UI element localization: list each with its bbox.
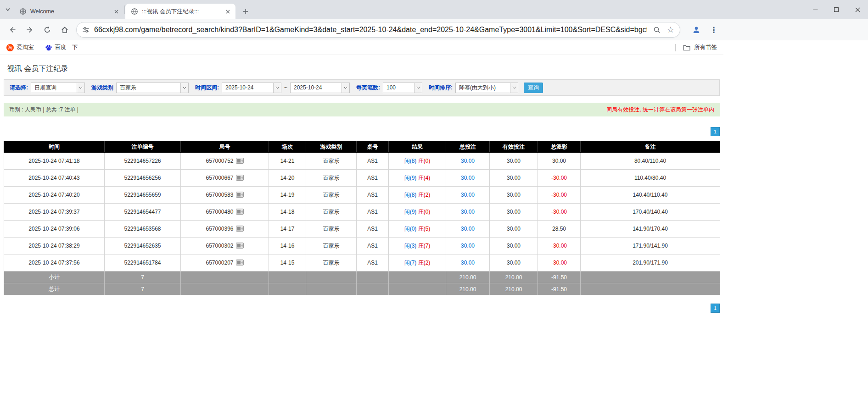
back-icon[interactable]	[5, 22, 20, 38]
cell-round-id: 657000207	[181, 254, 269, 271]
profile-icon[interactable]	[689, 22, 704, 38]
forward-icon[interactable]	[22, 22, 38, 38]
new-tab-button[interactable]	[239, 5, 252, 18]
total-bet-link[interactable]: 30.00	[461, 260, 475, 266]
cell-payout: 28.50	[538, 221, 581, 238]
cell-bet-id: 522914653568	[105, 221, 181, 238]
video-replay-icon[interactable]	[236, 175, 244, 181]
refresh-icon[interactable]	[39, 22, 55, 38]
tab-search-icon[interactable]	[2, 2, 14, 17]
page-content: 视讯 会员下注纪录 请选择: 日期查询 游戏类别 百家乐 时间区间: 2025-…	[0, 64, 723, 313]
cell-valid-bet: 30.00	[490, 204, 538, 221]
total-bet-link[interactable]: 30.00	[461, 192, 475, 198]
cell-bet-id: 522914656256	[105, 170, 181, 187]
cell-result: 闲(3) 庄(7)	[389, 238, 446, 254]
date-range-label: 时间区间:	[195, 84, 219, 92]
cell-empty	[357, 271, 389, 283]
cell-time: 2025-10-24 07:41:18	[4, 153, 105, 170]
summary-bar: 币别 : 人民币 | 总共 :7 注单 | 同局有效投注, 统一计算在该局第一张…	[4, 103, 720, 116]
cell-payout: -30.00	[538, 204, 581, 221]
site-info-icon[interactable]	[82, 26, 90, 33]
col-result: 结果	[389, 141, 446, 153]
result-banker: 庄(2)	[418, 260, 431, 266]
video-replay-icon[interactable]	[236, 158, 244, 164]
cell-table-no: AS1	[357, 153, 389, 170]
total-bet-link[interactable]: 30.00	[461, 226, 475, 232]
tab-betrecord[interactable]: :::视讯 会员下注纪录:::	[125, 4, 235, 19]
cell-time: 2025-10-24 07:40:20	[4, 187, 105, 204]
cell-empty	[389, 283, 446, 295]
total-valid-bet: 210.00	[490, 283, 538, 295]
sort-select[interactable]: 降幂(由大到小)	[455, 83, 518, 93]
cell-valid-bet: 30.00	[490, 254, 538, 271]
page-title: 视讯 会员下注纪录	[7, 64, 723, 74]
tab-title: :::视讯 会员下注纪录:::	[142, 8, 220, 16]
bet-table-body: 2025-10-24 07:41:18522914657226657000752…	[4, 153, 720, 271]
game-type-select[interactable]: 百家乐	[116, 83, 189, 93]
zoom-icon[interactable]	[653, 26, 661, 33]
all-bookmarks-button[interactable]: 所有书签	[675, 44, 717, 51]
video-replay-icon[interactable]	[236, 243, 244, 249]
chevron-down-icon	[342, 83, 349, 93]
table-row: 2025-10-24 07:39:06522914653568657000396…	[4, 221, 720, 238]
page-number-button[interactable]: 1	[711, 304, 720, 313]
search-button[interactable]: 查询	[524, 83, 543, 93]
cell-empty	[306, 271, 357, 283]
home-icon[interactable]	[57, 22, 73, 38]
result-banker: 庄(4)	[418, 175, 431, 181]
bookmark-star-icon[interactable]: ☆	[667, 26, 674, 34]
minimize-button[interactable]	[805, 0, 826, 19]
table-row: 2025-10-24 07:41:18522914657226657000752…	[4, 153, 720, 170]
col-bet-id: 注单编号	[105, 141, 181, 153]
globe-icon	[131, 8, 138, 15]
maximize-button[interactable]	[826, 0, 847, 19]
cell-bet-id: 522914651784	[105, 254, 181, 271]
cell-table-no: AS1	[357, 254, 389, 271]
bookmark-label: 爱淘宝	[17, 44, 34, 51]
video-replay-icon[interactable]	[236, 260, 244, 265]
tab-strip: Welcome :::视讯 会员下注纪录:::	[0, 0, 868, 19]
navigation-bar: 66cxkj98.com/game/betrecord_search/kind3…	[0, 19, 868, 40]
date-start-select[interactable]: 2025-10-24	[222, 83, 281, 93]
video-replay-icon[interactable]	[236, 226, 244, 232]
url-bar[interactable]: 66cxkj98.com/game/betrecord_search/kind3…	[76, 22, 680, 38]
url-text[interactable]: 66cxkj98.com/game/betrecord_search/kind3…	[94, 26, 647, 34]
cell-time: 2025-10-24 07:37:56	[4, 254, 105, 271]
cell-time: 2025-10-24 07:38:29	[4, 238, 105, 254]
cell-time: 2025-10-24 07:39:37	[4, 204, 105, 221]
video-replay-icon[interactable]	[236, 192, 244, 198]
close-tab-icon[interactable]	[112, 7, 120, 16]
close-tab-icon[interactable]	[224, 7, 232, 16]
cell-session: 14-20	[269, 170, 306, 187]
cell-payout: -30.00	[538, 254, 581, 271]
cell-round-id: 657000480	[181, 204, 269, 221]
tab-title: Welcome	[30, 8, 108, 15]
tab-welcome[interactable]: Welcome	[14, 4, 124, 19]
cell-result: 闲(9) 庄(0)	[389, 204, 446, 221]
result-banker: 庄(0)	[418, 209, 431, 215]
total-bet-link[interactable]: 30.00	[461, 209, 475, 215]
cell-valid-bet: 30.00	[490, 221, 538, 238]
total-bet-link[interactable]: 30.00	[461, 175, 475, 181]
bookmark-taobao[interactable]: 淘 爱淘宝	[6, 44, 34, 51]
table-row: 2025-10-24 07:39:37522914654477657000480…	[4, 204, 720, 221]
browser-menu-icon[interactable]: ⋮	[706, 22, 722, 38]
table-row: 2025-10-24 07:40:43522914656256657000667…	[4, 170, 720, 187]
cell-empty	[389, 271, 446, 283]
video-replay-icon[interactable]	[236, 209, 244, 215]
chevron-down-icon	[273, 83, 281, 93]
col-table-no: 桌号	[357, 141, 389, 153]
query-type-select[interactable]: 日期查询	[31, 83, 85, 93]
page-number-button[interactable]: 1	[711, 127, 720, 136]
cell-total-bet: 30.00	[446, 204, 490, 221]
baidu-icon	[45, 44, 52, 51]
total-bet-link[interactable]: 30.00	[461, 243, 475, 249]
date-end-select[interactable]: 2025-10-24	[290, 83, 350, 93]
col-payout: 总派彩	[538, 141, 581, 153]
page-size-select[interactable]: 100	[383, 83, 422, 93]
total-bet-link[interactable]: 30.00	[461, 158, 475, 164]
cell-game-type: 百家乐	[306, 170, 357, 187]
close-window-button[interactable]	[847, 0, 868, 19]
bookmark-baidu[interactable]: 百度一下	[45, 44, 78, 51]
cell-table-no: AS1	[357, 221, 389, 238]
